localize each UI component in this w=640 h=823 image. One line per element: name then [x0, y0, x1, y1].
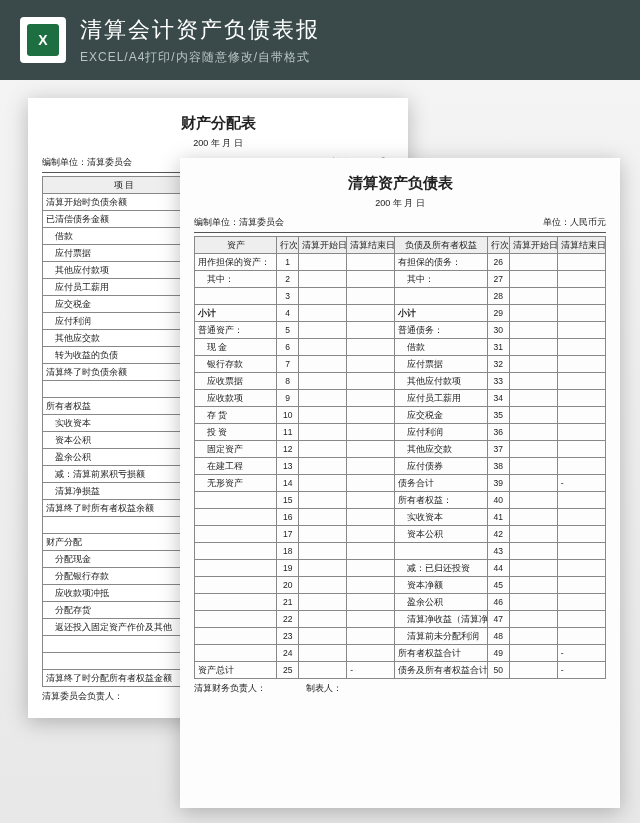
cell — [347, 611, 395, 628]
table-row: 21盈余公积46 — [195, 594, 606, 611]
cell — [299, 645, 347, 662]
cell — [509, 441, 557, 458]
cell — [299, 560, 347, 577]
cell: 应交税金 — [395, 407, 487, 424]
cell: 49 — [487, 645, 509, 662]
cell: 债务合计 — [395, 475, 487, 492]
table-row: 23清算前未分配利润48 — [195, 628, 606, 645]
cell: 应收票据 — [195, 373, 277, 390]
table-row: 20资本净额45 — [195, 577, 606, 594]
cell: 28 — [487, 288, 509, 305]
cell — [557, 271, 605, 288]
cell — [347, 373, 395, 390]
cell: 3 — [277, 288, 299, 305]
cell — [509, 322, 557, 339]
excel-icon-glyph: X — [27, 24, 59, 56]
cell — [557, 628, 605, 645]
cell — [299, 475, 347, 492]
cell: 34 — [487, 390, 509, 407]
cell: 33 — [487, 373, 509, 390]
cell — [195, 577, 277, 594]
h-beg-b: 清算开始日 — [509, 237, 557, 254]
cell: 7 — [277, 356, 299, 373]
cell: 11 — [277, 424, 299, 441]
cell — [347, 458, 395, 475]
cell — [509, 271, 557, 288]
cell — [347, 356, 395, 373]
cell: 固定资产 — [195, 441, 277, 458]
table-row: 应收票据8其他应付款项33 — [195, 373, 606, 390]
cell — [195, 288, 277, 305]
cell: 40 — [487, 492, 509, 509]
cell: 借款 — [395, 339, 487, 356]
cell: 应付员工薪用 — [395, 390, 487, 407]
cell — [509, 526, 557, 543]
cell — [509, 356, 557, 373]
cell — [195, 611, 277, 628]
cell — [299, 424, 347, 441]
table-row: 普通资产：5普通债务：30 — [195, 322, 606, 339]
cell: 其中： — [395, 271, 487, 288]
cell: 36 — [487, 424, 509, 441]
cell — [347, 560, 395, 577]
cell — [299, 288, 347, 305]
cell: 10 — [277, 407, 299, 424]
cell — [509, 611, 557, 628]
cell: 31 — [487, 339, 509, 356]
cell: 清算净收益（清算净损失以“－”号表示） — [395, 611, 487, 628]
table-row: 银行存款7应付票据32 — [195, 356, 606, 373]
cell — [347, 628, 395, 645]
table-row: 小计4小计29 — [195, 305, 606, 322]
cell: 资本净额 — [395, 577, 487, 594]
cell: 无形资产 — [195, 475, 277, 492]
cell: 6 — [277, 339, 299, 356]
cell — [299, 390, 347, 407]
cell — [509, 662, 557, 679]
cell: 应收款项 — [195, 390, 277, 407]
cell — [395, 288, 487, 305]
cell: 18 — [277, 543, 299, 560]
cell — [557, 560, 605, 577]
cell: 20 — [277, 577, 299, 594]
cell — [299, 356, 347, 373]
cell: 12 — [277, 441, 299, 458]
cell: 19 — [277, 560, 299, 577]
cell — [557, 254, 605, 271]
cell — [299, 492, 347, 509]
table-row: 其中：2其中：27 — [195, 271, 606, 288]
sheet2-footer1: 清算财务负责人： — [194, 682, 266, 695]
cell — [347, 424, 395, 441]
cell — [557, 322, 605, 339]
cell: 38 — [487, 458, 509, 475]
h-end-b: 清算结束日 — [557, 237, 605, 254]
cell — [509, 305, 557, 322]
cell — [347, 594, 395, 611]
cell: 21 — [277, 594, 299, 611]
cell: 所有者权益合计 — [395, 645, 487, 662]
h-beg-a: 清算开始日 — [299, 237, 347, 254]
cell: 41 — [487, 509, 509, 526]
cell: 23 — [277, 628, 299, 645]
cell — [195, 628, 277, 645]
table-row: 应收款项9应付员工薪用34 — [195, 390, 606, 407]
sheet2-org: 编制单位：清算委员会 — [194, 216, 284, 229]
table-row: 15所有者权益：40 — [195, 492, 606, 509]
cell — [557, 356, 605, 373]
cell — [347, 543, 395, 560]
cell — [299, 628, 347, 645]
cell: 存 货 — [195, 407, 277, 424]
sheet1-org: 编制单位：清算委员会 — [42, 156, 132, 169]
cell — [509, 288, 557, 305]
cell: 17 — [277, 526, 299, 543]
cell — [395, 543, 487, 560]
cell — [557, 288, 605, 305]
sheet1-date: 200 年 月 日 — [42, 137, 394, 150]
cell — [347, 645, 395, 662]
sheet2-unit: 单位：人民币元 — [543, 216, 606, 229]
cell: 15 — [277, 492, 299, 509]
cell: 27 — [487, 271, 509, 288]
cell — [347, 254, 395, 271]
cell — [347, 492, 395, 509]
cell: 46 — [487, 594, 509, 611]
cell — [299, 594, 347, 611]
